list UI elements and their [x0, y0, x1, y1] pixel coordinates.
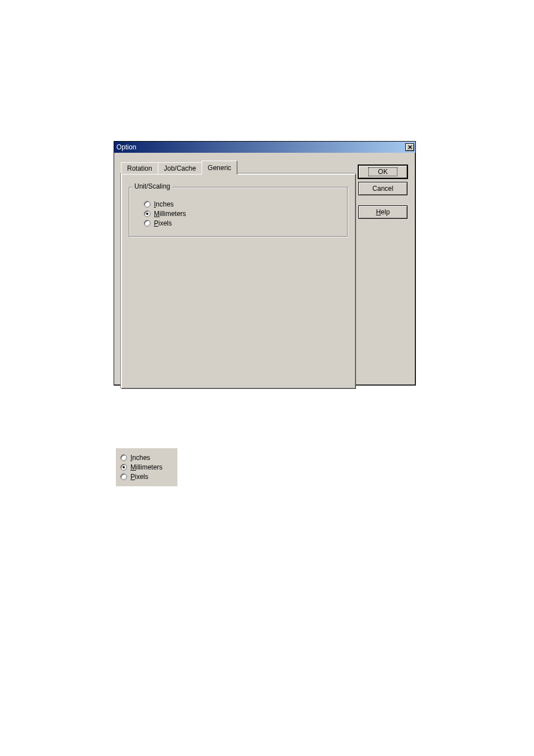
button-label: OK: [368, 167, 397, 176]
radio-icon: [120, 464, 127, 471]
radio-label: Millimeters: [154, 210, 186, 218]
tab-job-cache[interactable]: Job/Cache: [158, 162, 202, 174]
tab-panel: Unit/Scaling Inches Millimeters: [121, 173, 356, 389]
button-label: Help: [376, 208, 390, 216]
radio-label: Pixels: [130, 473, 148, 481]
tab-label: Rotation: [127, 165, 152, 172]
radio-label: Inches: [154, 200, 174, 208]
dialog-title: Option: [116, 143, 136, 151]
radio-icon: [120, 454, 127, 461]
radio-pixels[interactable]: Pixels: [120, 473, 173, 481]
close-icon: ✕: [407, 144, 413, 151]
radio-label: Pixels: [154, 219, 172, 227]
dialog-buttons: OK Cancel Help: [358, 165, 407, 219]
tab-generic[interactable]: Generic: [202, 161, 237, 175]
radio-icon: [144, 220, 151, 227]
radio-inches[interactable]: Inches: [144, 200, 333, 208]
ok-button[interactable]: OK: [358, 165, 407, 179]
tab-panel-inner: Unit/Scaling Inches Millimeters: [121, 174, 355, 388]
unit-scaling-snippet: Inches Millimeters Pixels: [116, 448, 177, 486]
cancel-button[interactable]: Cancel: [358, 182, 407, 195]
radio-pixels[interactable]: Pixels: [144, 219, 333, 227]
titlebar: Option ✕: [114, 142, 415, 153]
radio-inches[interactable]: Inches: [120, 454, 173, 462]
radio-millimeters[interactable]: Millimeters: [120, 463, 173, 471]
unit-scaling-groupbox: Unit/Scaling Inches Millimeters: [129, 187, 348, 237]
groupbox-frame: Inches Millimeters Pixels: [129, 187, 348, 237]
tab-label: Job/Cache: [164, 165, 196, 172]
radio-label: Inches: [130, 454, 150, 462]
tab-control: Rotation Job/Cache Generic Unit/Scaling: [121, 161, 356, 389]
tab-rotation[interactable]: Rotation: [121, 162, 158, 174]
radio-icon: [144, 201, 151, 208]
radio-millimeters[interactable]: Millimeters: [144, 210, 333, 218]
groupbox-label: Unit/Scaling: [132, 182, 172, 190]
close-button[interactable]: ✕: [405, 143, 414, 151]
tab-strip: Rotation Job/Cache Generic: [121, 161, 356, 174]
dialog-body: Rotation Job/Cache Generic Unit/Scaling: [114, 153, 415, 385]
help-button[interactable]: Help: [358, 205, 407, 219]
button-label: Cancel: [372, 185, 393, 192]
option-dialog: Option ✕ Rotation Job/Cache Generic: [114, 141, 416, 386]
radio-icon: [120, 473, 127, 480]
radio-label: Millimeters: [130, 463, 162, 471]
radio-icon: [144, 210, 151, 217]
tab-label: Generic: [208, 164, 231, 172]
